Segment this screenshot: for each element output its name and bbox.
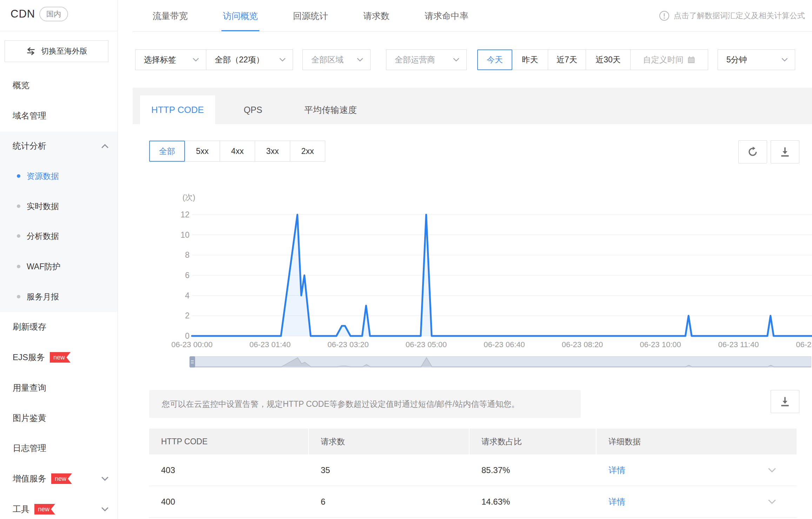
bullet-icon	[17, 265, 20, 268]
sidebar-item-purge-cache[interactable]: 刷新缓存	[0, 316, 118, 337]
date-range-group: 今天 昨天 近7天 近30天 自定义时间	[477, 49, 708, 70]
date-range-label: 近7天	[557, 54, 577, 65]
info-circle-icon	[659, 11, 670, 21]
y-axis-tick: 4	[154, 290, 189, 301]
select-value: 全部运营商	[395, 54, 435, 65]
sidebar-item-label: 用量查询	[13, 382, 46, 393]
sidebar-item-ejs-service[interactable]: EJS服务 new	[0, 347, 118, 368]
chevron-down-icon[interactable]	[768, 468, 776, 473]
sidebar-item-tools[interactable]: 工具 new	[0, 499, 118, 519]
code-filter-all[interactable]: 全部	[149, 141, 185, 162]
col-header-request-pct: 请求数占比	[470, 429, 597, 454]
sidebar-item-log-management[interactable]: 日志管理	[0, 438, 118, 459]
sidebar-item-label: 工具	[13, 504, 29, 515]
tab-request-count[interactable]: 请求数	[346, 0, 407, 32]
sidebar-item-domain-management[interactable]: 域名管理	[0, 105, 118, 126]
chevron-down-icon[interactable]	[768, 499, 776, 504]
sidebar-item-resource-data[interactable]: 资源数据	[0, 166, 118, 187]
scrubber-left-handle[interactable]	[189, 356, 195, 368]
y-axis-tick: 2	[154, 310, 189, 321]
switch-to-overseas-button[interactable]: 切换至海外版	[5, 40, 108, 62]
date-range-label: 近30天	[595, 54, 621, 65]
code-filter-label: 全部	[159, 146, 175, 157]
sidebar-item-label: 刷新缓存	[13, 321, 46, 332]
date-range-label: 昨天	[522, 54, 538, 65]
tab-label: 回源统计	[293, 10, 328, 22]
isp-select[interactable]: 全部运营商	[386, 49, 467, 70]
tab-traffic-bandwidth[interactable]: 流量带宽	[135, 0, 205, 32]
panel-tab-qps[interactable]: QPS	[232, 95, 274, 124]
sidebar-item-image-moderation[interactable]: 图片鉴黄	[0, 407, 118, 429]
refresh-button[interactable]	[738, 140, 767, 163]
sidebar-item-realtime-data[interactable]: 实时数据	[0, 196, 118, 217]
cdn-console-page: CDN 国内 切换至海外版 概览 域名管理 统计分析	[0, 0, 812, 519]
new-badge: new	[34, 504, 55, 514]
date-range-custom[interactable]: 自定义时间	[630, 49, 708, 70]
detail-link[interactable]: 详情	[608, 465, 625, 476]
alarm-notice: 您可以在云监控中设置告警，规定HTTP CODE等参数超过设定值时通过短信/邮件…	[149, 390, 581, 418]
x-axis-tick: 06-23 08:20	[544, 340, 621, 349]
region-select[interactable]: 全部区域	[302, 49, 371, 70]
code-filter-2xx[interactable]: 2xx	[290, 141, 325, 162]
code-filter-label: 4xx	[231, 147, 244, 156]
sidebar-item-label: 服务月报	[27, 291, 59, 302]
sidebar-item-monthly-report[interactable]: 服务月报	[0, 286, 118, 307]
swap-arrows-icon	[26, 47, 36, 55]
chevron-down-icon	[781, 58, 788, 62]
tag-domain-select-group: 选择标签 全部（22项）	[135, 49, 293, 70]
x-axis-tick: 06-23 01:40	[232, 340, 309, 349]
download-table-button[interactable]	[771, 390, 799, 413]
col-header-http-code: HTTP CODE	[149, 429, 309, 454]
date-range-yesterday[interactable]: 昨天	[512, 49, 548, 70]
code-filter-4xx[interactable]: 4xx	[220, 141, 255, 162]
stats-section-background	[0, 132, 118, 312]
x-axis-tick: 06-23 11:40	[700, 340, 777, 349]
panel-tab-http-code[interactable]: HTTP CODE	[140, 95, 215, 124]
refresh-icon	[747, 146, 759, 158]
date-range-30days[interactable]: 近30天	[586, 49, 631, 70]
y-axis-tick: 6	[154, 270, 189, 281]
scrubber-track[interactable]	[192, 356, 811, 368]
sidebar-item-label: 增值服务	[13, 473, 46, 484]
code-filter-3xx[interactable]: 3xx	[255, 141, 290, 162]
glossary-help-link[interactable]: 点击了解数据词汇定义及相关计算公式	[659, 0, 805, 32]
code-filter-label: 5xx	[196, 147, 209, 156]
tab-hit-rate[interactable]: 请求命中率	[407, 0, 486, 32]
interval-select[interactable]: 5分钟	[718, 49, 795, 70]
sidebar-item-statistics[interactable]: 统计分析	[0, 135, 118, 156]
sidebar-item-usage-query[interactable]: 用量查询	[0, 377, 118, 398]
chart-plot-area	[147, 189, 812, 354]
sidebar-item-overview[interactable]: 概览	[0, 75, 118, 96]
cell-pct: 85.37%	[470, 454, 597, 486]
code-filter-5xx[interactable]: 5xx	[185, 141, 220, 162]
col-header-detail: 详细数据	[597, 429, 797, 454]
x-axis-tick: 06-23 05:00	[388, 340, 465, 349]
sidebar-item-value-added-services[interactable]: 增值服务 new	[0, 468, 118, 489]
chart-range-scrubber[interactable]	[189, 356, 812, 369]
sidebar-item-waf[interactable]: WAF防护	[0, 256, 118, 277]
chevron-down-icon	[357, 58, 363, 62]
sidebar-item-label: 图片鉴黄	[13, 412, 46, 424]
date-range-label: 今天	[487, 54, 503, 65]
bullet-icon	[17, 234, 20, 238]
bullet-icon	[17, 295, 20, 298]
domain-select[interactable]: 全部（22项）	[206, 49, 293, 70]
panel-tab-avg-speed[interactable]: 平均传输速度	[294, 95, 367, 124]
sidebar-item-analysis-data[interactable]: 分析数据	[0, 225, 118, 247]
tag-select[interactable]: 选择标签	[135, 49, 206, 70]
code-filter-label: 2xx	[301, 147, 314, 156]
cell-count: 6	[309, 486, 470, 517]
download-chart-button[interactable]	[771, 140, 799, 163]
sidebar-item-label: EJS服务	[13, 352, 45, 363]
tab-label: 访问概览	[223, 10, 258, 22]
x-axis-tick: 06-23 13:20	[778, 340, 812, 349]
notice-text: 您可以在云监控中设置告警，规定HTTP CODE等参数超过设定值时通过短信/邮件…	[162, 399, 519, 410]
detail-link[interactable]: 详情	[608, 496, 625, 507]
x-axis-tick: 06-23 00:00	[153, 340, 231, 349]
sidebar-item-label: 实时数据	[27, 201, 59, 212]
chevron-down-icon	[453, 58, 459, 62]
date-range-today[interactable]: 今天	[477, 49, 512, 70]
tab-access-overview[interactable]: 访问概览	[205, 0, 275, 32]
tab-origin-stats[interactable]: 回源统计	[275, 0, 346, 32]
date-range-7days[interactable]: 近7天	[548, 49, 586, 70]
